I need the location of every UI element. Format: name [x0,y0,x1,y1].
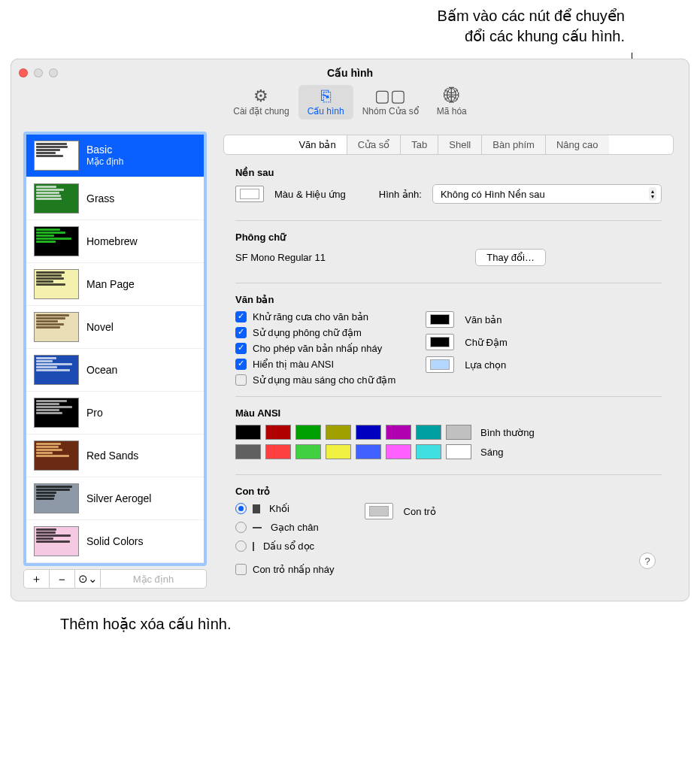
tab-text[interactable]: Văn bản [288,135,347,154]
profile-list[interactable]: BasicMặc địnhGrassHomebrewMan PageNovelO… [23,132,207,566]
toolbar-general[interactable]: ⚙︎ Cài đặt chung [224,85,298,120]
ansi-swatch[interactable] [446,425,471,440]
globe-icon: 🌐︎ [444,88,460,104]
help-button[interactable]: ? [639,553,656,569]
profile-name: Red Sands [86,450,138,462]
profile-name: Silver Aerogel [86,492,151,505]
background-color-well[interactable] [235,186,264,202]
check-bold-fonts[interactable]: Sử dụng phông chữ đậm [235,327,395,338]
cursor-color-well[interactable] [365,503,393,519]
radio-cursor-vbar[interactable]: Dấu sổ dọc [235,540,335,552]
profile-item-novel[interactable]: Novel [26,306,204,349]
ansi-swatch[interactable] [326,444,351,459]
ansi-swatch[interactable] [416,444,441,459]
profile-thumbnail [34,526,79,556]
default-button[interactable]: Mặc định [101,574,206,585]
callout-top: Bấm vào các nút để chuyển đổi các khung … [0,0,700,47]
section-font: Phông chữ SF Mono Regular 11 Thay đổi… [223,229,674,280]
profile-default-badge: Mặc định [86,156,123,167]
profile-item-grass[interactable]: Grass [26,177,204,220]
selection-color-well[interactable] [426,356,454,373]
tab-advanced[interactable]: Nâng cao [546,135,609,154]
ansi-swatch[interactable] [326,425,351,440]
profile-name: Ocean [86,364,117,377]
profile-item-man-page[interactable]: Man Page [26,263,204,306]
background-image-select[interactable]: Không có Hình Nền sau ▴▾ [432,184,662,204]
profile-name: Pro [86,407,103,419]
tab-shell[interactable]: Shell [438,135,482,154]
font-value: SF Mono Regular 11 [235,252,465,263]
profile-item-basic[interactable]: BasicMặc định [26,135,204,177]
ansi-swatch[interactable] [446,444,471,459]
profile-thumbnail [34,312,79,342]
ansi-swatch[interactable] [386,425,411,440]
ansi-swatch[interactable] [235,444,261,459]
ansi-swatch[interactable] [265,444,291,459]
window-title: Cấu hình [11,67,689,79]
profile-thumbnail [34,183,79,213]
add-profile-button[interactable]: ＋ [24,570,50,588]
profile-tabs: Văn bản Cửa sổ Tab Shell Bàn phím Nâng c… [223,135,674,155]
profile-name: Novel [86,321,114,334]
ansi-swatch[interactable] [416,425,441,440]
check-blink[interactable]: Cho phép văn bản nhấp nháy [235,343,395,354]
toolbar-window-groups[interactable]: ▢▢ Nhóm Cửa sổ [353,85,428,120]
ansi-swatch[interactable] [295,444,321,459]
profile-thumbnail [34,355,79,385]
ansi-swatch[interactable] [386,444,411,459]
ansi-swatch[interactable] [235,425,261,440]
ansi-bright-row: Sáng [235,444,662,459]
ansi-swatch[interactable] [295,425,321,440]
radio-cursor-block[interactable]: Khối [235,503,335,514]
ansi-row-label: Sáng [480,447,503,458]
profile-thumbnail [34,441,79,471]
profile-thumbnail [34,398,79,428]
ansi-swatch[interactable] [356,425,381,440]
ansi-swatch[interactable] [265,425,291,440]
profile-sidebar: BasicMặc địnhGrassHomebrewMan PageNovelO… [23,132,207,589]
profile-item-solid-colors[interactable]: Solid Colors [26,520,204,563]
preferences-window: Cấu hình ⚙︎ Cài đặt chung ⎘ Cấu hình ▢▢ … [11,59,689,601]
profiles-icon: ⎘ [321,88,331,104]
ansi-swatch[interactable] [356,444,381,459]
tab-window[interactable]: Cửa sổ [347,135,402,154]
check-antialias[interactable]: Khử răng cưa cho văn bản [235,311,395,322]
section-cursor: Con trỏ Khối Gạch chân Dấu sổ dọc Con tr… [223,483,674,583]
profile-item-homebrew[interactable]: Homebrew [26,220,204,263]
check-ansi[interactable]: Hiển thị màu ANSI [235,359,395,370]
profile-item-pro[interactable]: Pro [26,392,204,435]
toolbar-encoding[interactable]: 🌐︎ Mã hóa [428,85,476,120]
tab-tab[interactable]: Tab [401,135,438,154]
bold-color-well[interactable] [426,334,454,350]
tab-keyboard[interactable]: Bàn phím [482,135,546,154]
profile-name: Man Page [86,278,135,291]
section-ansi: Màu ANSI Bình thường Sáng [223,404,674,471]
toolbar: ⚙︎ Cài đặt chung ⎘ Cấu hình ▢▢ Nhóm Cửa … [11,80,689,127]
sidebar-footer: ＋ − ⊙⌄ Mặc định [23,569,207,589]
callout-bottom: Thêm hoặc xóa cấu hình. [0,601,700,640]
radio-cursor-underline[interactable]: Gạch chân [235,522,335,533]
ansi-normal-row: Bình thường [235,425,662,440]
profile-name: Solid Colors [86,535,143,548]
profile-item-ocean[interactable]: Ocean [26,349,204,392]
profile-actions-button[interactable]: ⊙⌄ [75,570,101,588]
profile-item-silver-aerogel[interactable]: Silver Aerogel [26,477,204,520]
window-groups-icon: ▢▢ [374,88,406,104]
main-panel: Văn bản Cửa sổ Tab Shell Bàn phím Nâng c… [220,132,677,589]
profile-thumbnail [34,269,79,299]
section-text: Văn bản Khử răng cưa cho văn bản Sử dụng… [223,291,674,393]
change-font-button[interactable]: Thay đổi… [475,249,546,266]
titlebar: Cấu hình [11,59,689,80]
ansi-row-label: Bình thường [480,427,535,438]
profile-name: BasicMặc định [86,144,123,167]
profile-thumbnail [34,483,79,513]
remove-profile-button[interactable]: − [50,570,75,588]
gear-icon: ⚙︎ [253,88,268,104]
text-color-well[interactable] [426,311,454,328]
check-cursor-blink[interactable]: Con trỏ nhấp nháy [235,564,335,575]
check-bright-bold[interactable]: Sử dụng màu sáng cho chữ đậm [235,374,395,386]
toolbar-profiles[interactable]: ⎘ Cấu hình [298,85,353,120]
section-background: Nền sau Màu & Hiệu ứng Hình ảnh: Không c… [223,164,674,217]
profile-thumbnail [34,141,79,171]
profile-item-red-sands[interactable]: Red Sands [26,435,204,477]
